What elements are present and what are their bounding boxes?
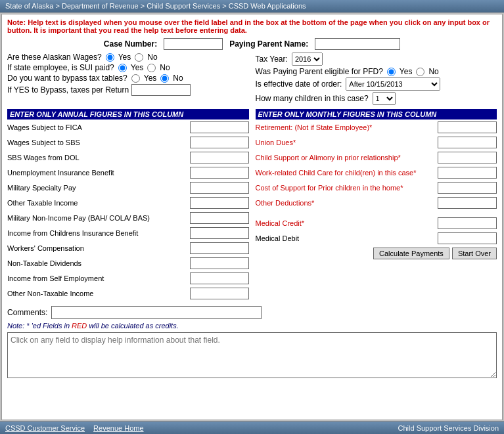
retirement-input[interactable] — [438, 121, 497, 133]
bypass-taxes-row: If YES to Bypass, taxes per Return — [7, 84, 249, 96]
self-employment-input[interactable] — [190, 272, 249, 284]
child-support-input[interactable] — [438, 152, 497, 163]
pfd-no[interactable] — [416, 68, 424, 76]
right-column-header: Enter Only Monthly Figures in this colum… — [256, 109, 497, 119]
two-col-section: Enter Only Annual Figures in this column… — [7, 109, 497, 302]
field-row-child-support: Child Support or Alimony in prior relati… — [256, 151, 497, 164]
sui-row: If state employee, is SUI paid? Yes No — [7, 63, 249, 72]
dividends-input[interactable] — [190, 257, 249, 269]
dividends-label: Non-Taxable Dividends — [7, 259, 190, 268]
pfd-yes[interactable] — [387, 68, 396, 76]
child-support-label: Child Support or Alimony in prior relati… — [256, 153, 438, 162]
breadcrumb-link-revenue[interactable]: Department of Revenue — [62, 2, 139, 10]
case-number-label: Case Number: — [104, 39, 157, 49]
footer-links: CSSD Customer Service Revenue Home — [5, 424, 150, 432]
calculate-button[interactable]: Calculate Payments — [373, 248, 449, 259]
field-row-military-non: Military Non-Income Pay (BAH/ COLA/ BAS) — [7, 211, 249, 225]
field-row-military-special: Military Specialty Pay — [7, 181, 249, 194]
sui-no[interactable] — [147, 64, 156, 72]
union-dues-input[interactable] — [438, 137, 497, 148]
military-non-input[interactable] — [190, 212, 249, 224]
breadcrumb-link-css[interactable]: Child Support Services — [147, 2, 220, 10]
other-deductions-label: Other Deductions* — [256, 198, 438, 207]
sbs-dol-input[interactable] — [190, 152, 249, 163]
tax-year-row: Tax Year: 2016 2015 2014 2013 — [256, 53, 497, 66]
left-column: Enter Only Annual Figures in this column… — [7, 109, 249, 302]
sbs-label: Wages Subject to SBS — [7, 138, 190, 147]
military-non-label: Military Non-Income Pay (BAH/ COLA/ BAS) — [7, 213, 190, 223]
unemployment-input[interactable] — [190, 167, 249, 179]
main-content: Note: Help text is displayed when you mo… — [1, 14, 503, 420]
comments-input[interactable] — [51, 306, 262, 319]
bypass-row: Do you want to bypass tax tables? Yes No — [7, 74, 249, 83]
childrens-insurance-label: Income from Childrens Insurance Benefit — [7, 228, 190, 238]
start-over-button[interactable]: Start Over — [452, 248, 497, 259]
field-row-medical-credit: Medical Credit* — [256, 217, 497, 230]
cost-support-input[interactable] — [438, 182, 497, 194]
children-select[interactable]: 1234 5678 910 — [373, 92, 396, 105]
pfd-row: Was Paying Parent eligible for PFD? Yes … — [256, 67, 497, 76]
effective-date-row: Is effective date of order: After 10/15/… — [256, 77, 497, 91]
military-special-input[interactable] — [190, 182, 249, 194]
footer-link-revenue[interactable]: Revenue Home — [93, 424, 143, 432]
sui-label: If state employee, is SUI paid? — [7, 63, 114, 72]
children-label: How many children in this case? — [256, 94, 369, 103]
breadcrumb-link-alaska[interactable]: State of Alaska — [5, 2, 53, 10]
effective-date-label: Is effective date of order: — [256, 79, 342, 89]
children-row: How many children in this case? 1234 567… — [256, 92, 497, 105]
fica-input[interactable] — [190, 121, 249, 133]
comments-row: Comments: — [7, 306, 497, 319]
bypass-taxes-input[interactable] — [131, 84, 191, 96]
other-nontaxable-input[interactable] — [190, 288, 249, 299]
field-row-dividends: Non-Taxable Dividends — [7, 257, 249, 270]
paying-parent-input[interactable] — [315, 38, 400, 50]
bypass-no[interactable] — [160, 74, 169, 83]
tax-year-select[interactable]: 2016 2015 2014 2013 — [292, 53, 323, 66]
work-childcare-label: Work-related Child Care for child(ren) i… — [256, 168, 438, 177]
paying-parent-label: Paying Parent Name: — [229, 39, 308, 49]
field-row-medical-debit: Medical Debit — [256, 232, 497, 245]
field-row-union-dues: Union Dues* — [256, 136, 497, 149]
red-note: Note: * 'ed Fields in RED will be calcul… — [7, 322, 497, 330]
field-row-fica: Wages Subject to FICA — [7, 121, 249, 134]
other-deductions-input[interactable] — [438, 197, 497, 209]
help-textarea[interactable] — [7, 332, 497, 378]
footer-right-text: Child Support Services Division — [398, 424, 499, 432]
other-nontaxable-label: Other Non-Taxable Income — [7, 289, 190, 298]
fica-label: Wages Subject to FICA — [7, 123, 190, 132]
footer: CSSD Customer Service Revenue Home Child… — [0, 422, 504, 434]
alaskan-wages-yes[interactable] — [106, 53, 114, 62]
field-row-sbs-dol: SBS Wages from DOL — [7, 151, 249, 164]
action-buttons: Calculate Payments Start Over — [256, 248, 497, 259]
field-row-self-employment: Income from Self Employment — [7, 272, 249, 285]
sbs-dol-label: SBS Wages from DOL — [7, 153, 190, 162]
other-taxable-input[interactable] — [190, 197, 249, 209]
alaskan-wages-row: Are these Alaskan Wages? Yes No — [7, 53, 249, 62]
alaskan-wages-no[interactable] — [135, 53, 143, 62]
bypass-yes[interactable] — [131, 74, 140, 83]
other-taxable-label: Other Taxable Income — [7, 198, 190, 207]
comments-label: Comments: — [7, 308, 47, 317]
field-row-unemployment: Unemployment Insurance Benefit — [7, 166, 249, 179]
sbs-input[interactable] — [190, 137, 249, 148]
right-column: Enter Only Monthly Figures in this colum… — [256, 109, 497, 302]
case-number-input[interactable] — [164, 38, 223, 50]
field-row-other-taxable: Other Taxable Income — [7, 196, 249, 209]
medical-debit-input[interactable] — [438, 232, 497, 244]
medical-debit-label: Medical Debit — [256, 234, 438, 243]
childrens-insurance-input[interactable] — [190, 227, 249, 239]
field-row-work-childcare: Work-related Child Care for child(ren) i… — [256, 166, 497, 179]
medical-credit-input[interactable] — [438, 217, 497, 229]
field-row-workers-comp: Workers' Compensation — [7, 242, 249, 255]
work-childcare-input[interactable] — [438, 167, 497, 179]
pfd-label: Was Paying Parent eligible for PFD? — [256, 67, 383, 76]
cost-support-label: Cost of Support for Prior children in th… — [256, 183, 438, 192]
footer-link-cssd[interactable]: CSSD Customer Service — [5, 424, 85, 432]
alaskan-wages-label: Are these Alaskan Wages? — [7, 53, 102, 62]
note-box: Note: Help text is displayed when you mo… — [7, 18, 497, 34]
workers-comp-label: Workers' Compensation — [7, 244, 190, 253]
sui-yes[interactable] — [118, 64, 127, 72]
effective-date-select[interactable]: After 10/15/2013 On or Before 10/15/2013 — [346, 77, 440, 91]
workers-comp-input[interactable] — [190, 242, 249, 254]
breadcrumb-link-cssd[interactable]: CSSD Web Applications — [229, 2, 306, 10]
